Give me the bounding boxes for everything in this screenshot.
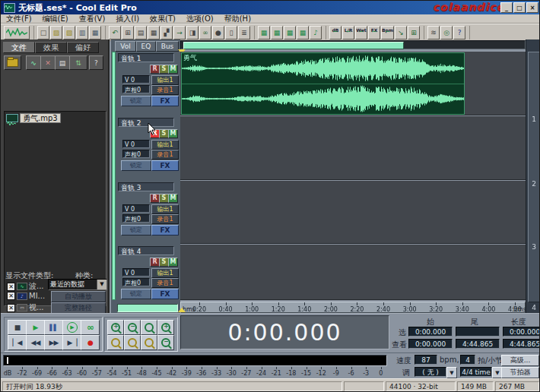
tempo-envelope-button[interactable]: Bpm⌒ [381,26,394,40]
audio-clip[interactable]: 勇气 [181,52,465,115]
minimize-button[interactable]: _ [500,2,513,13]
record-device-button[interactable]: 录音1 [151,214,179,224]
tab-vol[interactable]: Vol [115,41,136,52]
lock-button[interactable]: 锁定 [121,225,151,236]
zoom-full-button[interactable] [141,320,157,335]
tab-files[interactable]: 文件 [3,42,35,53]
file-list-item[interactable]: 勇气.mp3 [6,113,104,123]
session-properties-icon[interactable]: ▦ [148,26,160,40]
track-lane-4[interactable] [180,245,526,300]
help-icon[interactable]: ? [453,26,465,40]
mute-button[interactable]: M [168,258,178,267]
output-device-button[interactable]: 输出1 [151,140,179,150]
loop-duplicate-icon[interactable]: ∞ [199,26,211,40]
open-file-button[interactable] [4,55,21,70]
metronome-button[interactable]: 节拍器 [501,367,539,378]
chevron-down-icon[interactable]: ▼ [97,280,106,289]
sort-by-dropdown[interactable]: 最近的数据 ▼ [48,279,107,290]
move-clip-button[interactable]: ↘ [395,26,407,40]
menu-item-6[interactable]: 帮助(H) [219,14,256,24]
play-looped-button[interactable]: ▶ [62,320,81,335]
pan-envelope-button[interactable]: L/R⌒ [342,26,354,40]
pan-field[interactable]: 声相0 [122,278,150,286]
output-device-button[interactable]: 输出1 [151,268,179,278]
mixdown-icon[interactable]: ⊞ [122,26,134,40]
record-device-button[interactable]: 录音1 [151,150,179,160]
filter-midi-row[interactable]: ✕ ♪ MI... [7,292,45,300]
filter-wave-row[interactable]: ✕ ∿ 波... [7,281,44,292]
restore-button[interactable]: □ [513,2,526,13]
go-to-start-button[interactable]: ◀ [8,335,27,350]
key-chevron-down-icon[interactable]: ▼ [446,367,457,378]
track-name-field[interactable]: 音轨 3 [118,182,174,191]
mute-button[interactable]: M [168,65,178,74]
snap-grid-icon[interactable]: ▦ [271,26,283,40]
output-device-button[interactable]: 输出1 [151,204,179,214]
record-device-button[interactable]: 录音1 [151,278,179,288]
midi-filter-checkbox[interactable]: ✕ [7,292,15,300]
menu-item-1[interactable]: 编辑(E) [37,14,74,24]
save-as-button[interactable]: ▦ [89,26,101,40]
tab-eq[interactable]: EQ [136,41,156,52]
advanced-button[interactable]: 高级... [501,355,539,366]
beats-value-field[interactable]: 4 [460,355,475,365]
open-append-button[interactable]: ▧ [63,26,75,40]
track-name-field[interactable]: 音轨 1 [118,53,174,62]
vertical-scroll-thumb[interactable] [528,52,540,302]
full-paths-button[interactable]: 完整路径 [51,302,106,314]
tempo-value-field[interactable]: 87 [415,355,437,365]
view-start-field[interactable]: 0:00.000 [408,339,453,349]
tab-bus[interactable]: Bus [156,41,179,52]
timeline-ruler[interactable]: hmshms0:200:401:001:201:402:002:202:403:… [180,302,526,313]
stop-button[interactable]: ■ [8,320,27,335]
zoom-out-horizontal-button[interactable]: − [157,335,174,350]
lock-button[interactable]: 锁定 [121,96,151,106]
pan-field[interactable]: 声相0 [122,214,150,223]
track-pan-scrollbar[interactable] [117,304,178,312]
title-bar[interactable]: 无标题.ses* - Cool Edit Pro colaandice _ □ … [1,1,540,14]
volume-field[interactable]: V 0 [122,75,150,84]
insert-into-session-button[interactable]: ∿ [26,55,41,70]
tab-effects[interactable]: 效果 [35,42,67,53]
crossfade-icon[interactable]: → [173,26,186,40]
group-clips-icon[interactable]: ▦ [258,26,270,40]
pan-field[interactable]: 声相0 [122,150,150,158]
pan-field[interactable]: 声相0 [122,85,150,93]
zoom-sel-left-button[interactable] [124,335,141,350]
record-device-button[interactable]: 录音1 [151,85,179,95]
snap-loops-icon[interactable]: ▦ [297,26,309,40]
menu-item-5[interactable]: 选项(O) [181,14,219,24]
go-to-end-button[interactable]: ▶ [62,335,81,350]
zoom-out-button[interactable]: − [124,320,141,335]
view-end-field[interactable]: 4:44.865 [456,339,500,349]
loop-button[interactable]: ∞ [81,320,100,335]
filter-video-row[interactable]: ✕ ▭ 视... [7,302,44,313]
clip-list-icon[interactable]: ≣ [238,26,250,40]
selection-length-field[interactable]: 0:00.000 [503,327,540,337]
volume-field[interactable]: V 0 [122,204,150,213]
volume-field[interactable]: V 0 [122,140,150,148]
fx-button[interactable]: FX [151,289,179,299]
volume-envelope-button[interactable]: dB⌒ [329,26,341,40]
selection-end-field[interactable] [456,327,500,337]
menu-item-2[interactable]: 查看(V) [74,14,111,24]
track-name-field[interactable]: 音轨 2 [118,118,174,127]
video-filter-checkbox[interactable]: ✕ [7,304,15,312]
new-session-button[interactable]: □ [37,26,49,40]
scripts-icon[interactable]: ≋ [427,26,440,40]
close-button[interactable]: × [526,2,538,13]
level-meter[interactable] [3,355,387,366]
fx-button[interactable]: FX [151,225,179,236]
horizontal-scrollbar[interactable] [180,40,526,49]
lock-button[interactable]: 锁定 [121,160,151,171]
wet-dry-envelope-button[interactable]: Wet⌒ [355,26,367,40]
track-lane-3[interactable] [180,181,526,244]
selection-start-field[interactable]: 0:00.000 [408,327,453,337]
mute-button[interactable]: M [168,129,178,138]
play-button[interactable]: ▶ [26,320,45,335]
fast-forward-button[interactable]: ▶▶ [44,335,63,350]
playhead-marker-bottom[interactable] [178,308,186,312]
clip-mute-icon[interactable]: ◨ [186,26,199,40]
sort-options-button[interactable]: ⇅ [69,55,87,70]
lock-button[interactable]: 锁定 [121,289,151,299]
